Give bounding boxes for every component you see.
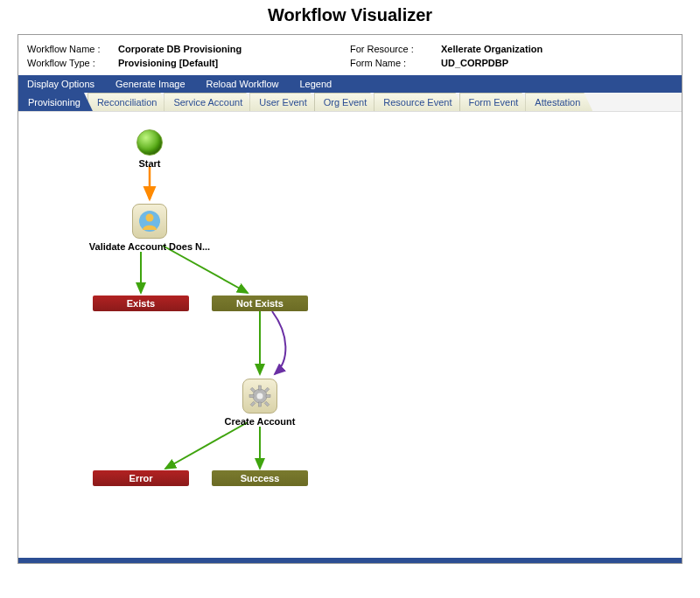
svg-rect-14 xyxy=(264,401,270,407)
menu-legend[interactable]: Legend xyxy=(300,79,332,89)
svg-line-4 xyxy=(165,422,248,469)
user-icon xyxy=(138,210,161,233)
svg-point-7 xyxy=(146,214,154,222)
validate-account-node[interactable] xyxy=(132,204,167,239)
not-exists-status[interactable]: Not Exists xyxy=(212,296,308,311)
workflow-name-label: Workflow Name : xyxy=(27,44,115,54)
page-title: Workflow Visualizer xyxy=(0,0,700,34)
footer-bar xyxy=(18,558,682,563)
tab-form-event[interactable]: Form Event xyxy=(459,93,531,111)
workflow-name-value: Corporate DB Provisioning xyxy=(118,44,242,54)
info-panel: Workflow Name : Corporate DB Provisionin… xyxy=(18,35,682,75)
tab-bar: Provisioning Reconciliation Service Acco… xyxy=(18,93,682,112)
tab-org-event[interactable]: Org Event xyxy=(314,93,380,111)
gear-icon xyxy=(248,385,271,407)
svg-line-2 xyxy=(163,246,248,293)
tab-attestation[interactable]: Attestation xyxy=(525,93,592,111)
workflow-frame: Workflow Name : Corporate DB Provisionin… xyxy=(18,34,682,564)
svg-rect-9 xyxy=(259,386,262,390)
menu-generate-image[interactable]: Generate Image xyxy=(116,79,186,89)
workflow-canvas[interactable]: Start Validate Account Does N... Exists … xyxy=(18,112,682,558)
form-name-label: Form Name : xyxy=(350,58,438,68)
error-status[interactable]: Error xyxy=(93,470,189,486)
svg-rect-16 xyxy=(250,401,256,407)
form-name-value: UD_CORPDBP xyxy=(441,58,508,68)
start-node-icon[interactable] xyxy=(136,129,163,156)
for-resource-value: Xellerate Organization xyxy=(441,44,542,54)
svg-rect-11 xyxy=(249,395,254,398)
connector-layer xyxy=(18,112,682,558)
svg-point-17 xyxy=(257,393,263,400)
workflow-type-label: Workflow Type : xyxy=(27,58,115,68)
for-resource-label: For Resource : xyxy=(350,44,438,54)
menu-display-options[interactable]: Display Options xyxy=(27,79,94,89)
menu-reload-workflow[interactable]: Reload Workflow xyxy=(206,79,279,89)
svg-rect-10 xyxy=(259,402,262,407)
tab-service-account[interactable]: Service Account xyxy=(164,93,255,111)
svg-rect-12 xyxy=(266,395,270,398)
exists-status[interactable]: Exists xyxy=(93,296,189,311)
create-account-node[interactable] xyxy=(242,379,277,414)
create-account-label: Create Account xyxy=(225,416,296,427)
tab-resource-event[interactable]: Resource Event xyxy=(374,93,464,111)
success-status[interactable]: Success xyxy=(212,470,308,486)
tab-reconciliation[interactable]: Reconciliation xyxy=(88,93,169,111)
tab-user-event[interactable]: User Event xyxy=(249,93,318,111)
tab-provisioning[interactable]: Provisioning xyxy=(18,93,93,111)
start-node-label: Start xyxy=(138,158,160,169)
menu-bar: Display Options Generate Image Reload Wo… xyxy=(18,75,682,93)
workflow-type-value: Provisioning [Default] xyxy=(118,58,218,68)
validate-account-label: Validate Account Does N... xyxy=(89,241,210,252)
